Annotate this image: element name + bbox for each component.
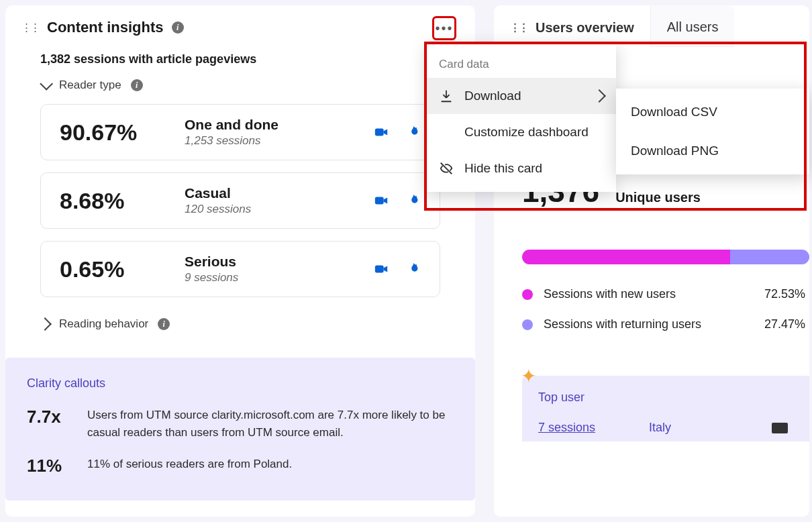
reader-icons (374, 125, 421, 140)
sessions-bar (522, 250, 809, 264)
top-user-sessions-link[interactable]: 7 sessions (538, 421, 595, 435)
tab-all-users[interactable]: All users (650, 5, 735, 47)
menu-item-label: Customize dashboard (464, 125, 589, 140)
legend-value: 27.47% (764, 317, 809, 331)
legend-label: Sessions with new users (544, 287, 754, 301)
reader-label-wrap: Serious 9 sessions (185, 254, 356, 284)
menu-item-label: Hide this card (464, 161, 542, 176)
clarity-callouts-panel: Clarity callouts 7.7x Users from UTM sou… (5, 358, 475, 501)
legend-value: 72.53% (764, 287, 809, 301)
bar-segment-new (522, 250, 730, 264)
svg-rect-1 (375, 197, 384, 205)
legend-dot-icon (522, 289, 533, 300)
content-insights-card: ⋮⋮ Content insights i ••• 1,382 sessions… (5, 5, 475, 517)
top-user-card: ✦ Top user 7 sessions Italy (522, 376, 809, 441)
blank-icon (439, 125, 454, 140)
legend-dot-icon (522, 319, 533, 330)
card-title-wrap: ⋮⋮ Content insights i (21, 19, 184, 36)
video-icon[interactable] (374, 125, 389, 140)
reading-behavior-label: Reading behavior (59, 317, 148, 331)
tabs: ⋮⋮ Users overview All users (494, 5, 809, 47)
menu-item-label: Download (464, 89, 521, 103)
submenu-item-png[interactable]: Download PNG (616, 132, 809, 170)
svg-rect-2 (375, 266, 384, 273)
flame-icon[interactable] (406, 125, 421, 140)
reader-type-label: Reader type (59, 79, 121, 92)
callout-number: 11% (27, 456, 70, 476)
reader-row[interactable]: 0.65% Serious 9 sessions (40, 241, 440, 297)
reader-icons (374, 262, 421, 276)
reader-sub: 1,253 sessions (185, 134, 356, 148)
flag-icon (772, 423, 788, 433)
unique-users-label: Unique users (615, 190, 701, 205)
info-icon[interactable]: i (172, 21, 184, 34)
legend-row[interactable]: Sessions with returning users 27.47% (522, 317, 809, 331)
legend-label: Sessions with returning users (544, 317, 754, 331)
reader-pct: 8.68% (60, 188, 167, 214)
reader-row[interactable]: 8.68% Casual 120 sessions (40, 172, 440, 229)
reader-label-wrap: Casual 120 sessions (185, 185, 356, 216)
reader-label: One and done (185, 117, 356, 133)
tab-users-overview[interactable]: ⋮⋮ Users overview (494, 5, 650, 47)
reader-type-toggle[interactable]: Reader type i (40, 79, 459, 92)
svg-rect-0 (375, 129, 384, 136)
video-icon[interactable] (374, 193, 389, 208)
menu-item-hide[interactable]: Hide this card (427, 150, 616, 187)
drag-handle-icon[interactable]: ⋮⋮ (21, 21, 39, 34)
callouts-title: Clarity callouts (27, 376, 454, 390)
submenu-item-csv[interactable]: Download CSV (616, 93, 809, 132)
chevron-right-icon (38, 317, 52, 331)
callout-number: 7.7x (27, 407, 70, 427)
reader-pct: 0.65% (60, 256, 167, 282)
flame-icon[interactable] (406, 193, 421, 208)
reader-pct: 90.67% (60, 119, 167, 146)
bar-segment-returning (730, 250, 809, 264)
card-menu: Card data Download Customize dashboard H… (427, 43, 616, 192)
info-icon[interactable]: i (158, 318, 170, 330)
reading-behavior-toggle[interactable]: Reading behavior i (40, 317, 459, 331)
top-user-title: Top user (538, 390, 793, 405)
tab-label: All users (667, 19, 719, 35)
legend-row[interactable]: Sessions with new users 72.53% (522, 287, 809, 301)
chevron-down-icon (40, 77, 53, 91)
card-title: Content insights (47, 19, 164, 36)
video-icon[interactable] (374, 262, 389, 276)
card-more-button[interactable]: ••• (432, 16, 456, 40)
top-user-country: Italy (649, 421, 671, 435)
reader-sub: 120 sessions (185, 203, 356, 216)
sparkle-icon: ✦ (521, 365, 536, 387)
menu-section-label: Card data (427, 48, 616, 78)
tab-label: Users overview (536, 20, 634, 36)
reader-icons (374, 193, 421, 208)
reader-label: Serious (185, 254, 356, 270)
top-user-row: 7 sessions Italy (538, 421, 793, 435)
reader-label: Casual (185, 185, 356, 201)
callout-text: Users from UTM source clarity.microsoft.… (87, 407, 454, 441)
info-icon[interactable]: i (131, 79, 143, 91)
callout-text: 11% of serious readers are from Poland. (87, 456, 292, 473)
hide-icon (439, 161, 454, 176)
sessions-heading: 1,382 sessions with article pageviews (40, 52, 459, 66)
menu-item-download[interactable]: Download (427, 78, 616, 114)
callout-row: 11% 11% of serious readers are from Pola… (27, 456, 454, 476)
drag-handle-icon[interactable]: ⋮⋮ (510, 21, 527, 34)
download-submenu: Download CSV Download PNG (616, 89, 809, 174)
callout-row: 7.7x Users from UTM source clarity.micro… (27, 407, 454, 441)
download-icon (439, 89, 454, 103)
reader-label-wrap: One and done 1,253 sessions (185, 117, 356, 148)
menu-item-customize[interactable]: Customize dashboard (427, 114, 616, 150)
card-header: ⋮⋮ Content insights i (21, 19, 459, 36)
reader-sub: 9 sessions (185, 271, 356, 284)
chevron-right-icon (593, 89, 606, 103)
reader-row[interactable]: 90.67% One and done 1,253 sessions (40, 104, 440, 160)
flame-icon[interactable] (406, 262, 421, 276)
